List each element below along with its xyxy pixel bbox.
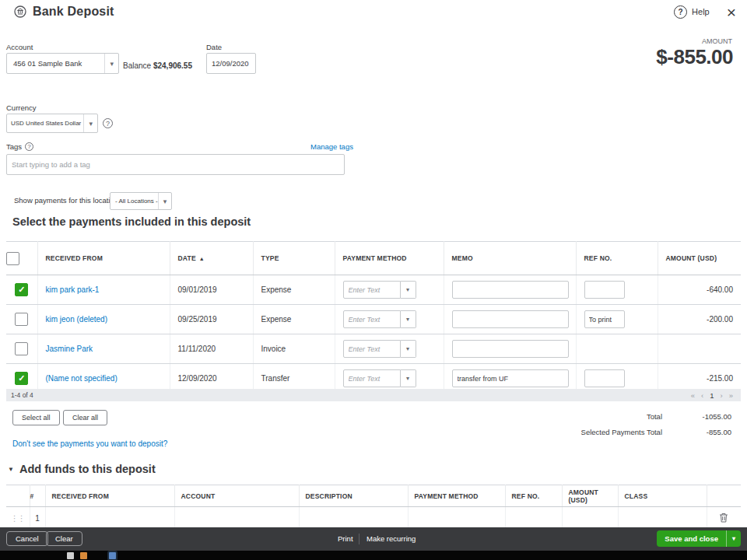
amount-cell [658, 334, 741, 364]
payment-method-caret[interactable]: ▾ [401, 281, 416, 299]
col-class: CLASS [618, 485, 707, 507]
payment-method-caret[interactable]: ▾ [401, 340, 416, 358]
add-funds-heading[interactable]: ▼ Add funds to this deposit [8, 463, 156, 475]
print-link[interactable]: Print [338, 534, 353, 543]
tags-info-icon[interactable]: ? [25, 142, 33, 151]
col-drag [6, 485, 30, 507]
location-select[interactable]: - All Locations - ▾ [110, 192, 172, 210]
memo-input[interactable] [452, 340, 569, 358]
payment-row: ✓ Jasmine Park 11/11/2020 Invoice ▾ [6, 334, 741, 364]
memo-input[interactable] [452, 310, 569, 328]
select-all-checkbox[interactable]: ✓ [6, 252, 19, 265]
caret-down-icon: ▾ [83, 114, 97, 132]
selected-total-label: Selected Payments Total [581, 428, 662, 436]
col-number: # [30, 485, 45, 507]
drag-handle-icon[interactable]: ⋮⋮ [11, 514, 25, 523]
manage-tags-link[interactable]: Manage tags [310, 142, 353, 151]
bank-deposit-window: Bank Deposit ? Help × Account 456 01 Sam… [0, 0, 747, 560]
payment-method-input[interactable] [343, 310, 401, 328]
page-title: Bank Deposit [33, 5, 114, 19]
af-class-cell[interactable] [618, 507, 707, 530]
col-received-from: RECEIVED FROM [45, 485, 174, 507]
selected-total-value: -855.00 [707, 428, 731, 436]
pagination-bar: 1-4 of 4 « ‹ 1 › » [6, 389, 741, 401]
ref-no-input[interactable] [584, 369, 625, 387]
help-icon[interactable]: ? [674, 5, 687, 19]
amount-cell: -200.00 [658, 305, 741, 334]
taskbar-icon[interactable] [109, 552, 116, 559]
page-last-icon[interactable]: » [729, 391, 733, 400]
tags-label: Tags ? [6, 142, 33, 151]
payments-table: ✓ RECEIVED FROM DATE▲ TYPE PAYMENT METHO… [6, 241, 741, 394]
received-from-link[interactable]: Jasmine Park [46, 345, 93, 353]
save-and-close-button[interactable]: Save and close ▾ [657, 530, 741, 547]
row-number: 1 [30, 507, 45, 530]
cancel-button[interactable]: Cancel [6, 531, 48, 546]
payment-method-caret[interactable]: ▾ [401, 310, 416, 328]
trash-icon[interactable] [719, 513, 728, 523]
af-payment-method-cell[interactable] [408, 507, 505, 530]
received-from-link[interactable]: kim park park-1 [46, 285, 100, 294]
date-cell: 09/01/2019 [170, 275, 253, 305]
row-checkbox[interactable]: ✓ [15, 342, 28, 355]
header: Bank Deposit ? Help × [0, 0, 747, 23]
missing-payments-link[interactable]: Don't see the payments you want to depos… [12, 439, 167, 448]
save-options-caret-icon[interactable]: ▾ [726, 530, 741, 547]
total-label: Total [647, 412, 662, 421]
payment-method-input[interactable] [343, 340, 401, 358]
af-account-cell[interactable] [174, 507, 299, 530]
tags-input[interactable] [6, 154, 345, 175]
account-balance: Balance $24,906.55 [123, 61, 192, 70]
payment-method-input[interactable] [343, 369, 401, 387]
col-ref-no: REF NO. [505, 485, 562, 507]
amount-label: AMOUNT [702, 37, 732, 45]
pagination-range: 1-4 of 4 [11, 391, 33, 399]
currency-info-icon[interactable]: ? [103, 118, 113, 128]
ref-no-cell [576, 334, 658, 364]
account-select[interactable]: 456 01 Sample Bank ▾ [6, 53, 119, 74]
type-cell: Expense [253, 305, 335, 334]
received-from-link[interactable]: (Name not specified) [46, 374, 117, 383]
ref-no-input[interactable] [584, 310, 625, 328]
af-amount-cell[interactable] [562, 507, 618, 530]
taskbar-icon[interactable] [80, 552, 87, 559]
page-prev-icon[interactable]: ‹ [701, 391, 703, 400]
memo-input[interactable] [452, 369, 569, 387]
col-memo: MEMO [444, 242, 576, 275]
date-input[interactable] [206, 53, 256, 74]
col-date[interactable]: DATE▲ [170, 242, 253, 275]
memo-input[interactable] [452, 281, 569, 299]
currency-label: Currency [6, 103, 37, 112]
currency-select[interactable]: USD United States Dollar ▾ [6, 114, 98, 133]
row-checkbox[interactable]: ✓ [15, 372, 28, 385]
amount-cell: -640.00 [658, 275, 741, 305]
received-from-link[interactable]: kim jeon (deleted) [46, 315, 107, 324]
page-number[interactable]: 1 [710, 391, 714, 400]
help-link[interactable]: Help [692, 7, 710, 16]
payments-header-row: ✓ RECEIVED FROM DATE▲ TYPE PAYMENT METHO… [6, 242, 741, 275]
page-next-icon[interactable]: › [721, 391, 723, 400]
clear-all-button[interactable]: Clear all [63, 410, 107, 425]
disclosure-down-icon: ▼ [8, 466, 14, 473]
make-recurring-link[interactable]: Make recurring [366, 534, 416, 543]
row-checkbox[interactable]: ✓ [15, 313, 28, 326]
af-description-cell[interactable] [299, 507, 408, 530]
footer-divider [359, 534, 359, 544]
select-all-button[interactable]: Select all [12, 410, 60, 425]
ref-no-input[interactable] [584, 281, 625, 299]
payment-method-input[interactable] [343, 281, 401, 299]
col-amount: AMOUNT (USD) [658, 242, 741, 275]
col-ref-no: REF NO. [576, 242, 658, 275]
col-received-from: RECEIVED FROM [37, 242, 170, 275]
page-first-icon[interactable]: « [691, 391, 695, 400]
footer-bar: Cancel Clear Print Make recurring Save a… [0, 527, 747, 551]
taskbar-icon[interactable] [67, 552, 74, 559]
clear-button[interactable]: Clear [46, 531, 82, 546]
account-label: Account [6, 43, 33, 51]
close-icon[interactable]: × [727, 4, 736, 20]
col-amount: AMOUNT (USD) [562, 485, 618, 507]
af-ref-no-cell[interactable] [505, 507, 562, 530]
payment-method-caret[interactable]: ▾ [401, 369, 416, 387]
row-checkbox[interactable]: ✓ [15, 283, 28, 296]
af-received-from-cell[interactable] [45, 507, 174, 530]
